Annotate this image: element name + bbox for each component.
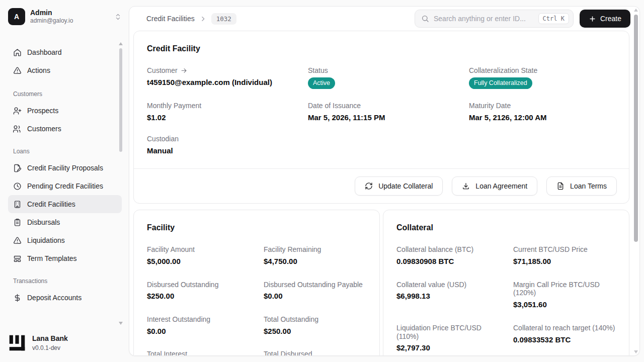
field-label: Current BTC/USD Price (513, 245, 588, 254)
field-label: Total Outstanding (264, 315, 318, 324)
field: Disbursed Outstanding $250.00 (147, 281, 264, 301)
main-scroll-up-arrow[interactable] (634, 9, 638, 12)
nav-section-customers: Customers (13, 90, 122, 98)
sidebar-item-disbursals[interactable]: Disbursals (8, 213, 122, 231)
sidebar-item-label: Term Templates (27, 254, 77, 262)
breadcrumb-credit-facilities-link[interactable]: Credit Facilities (146, 15, 195, 23)
sidebar-item-label: Credit Facilities (27, 200, 75, 208)
field-label: Margin Call Price BTC/USD (120%) (513, 281, 601, 298)
topbar: Credit Facilities 1032 Ctrl K Create (129, 7, 639, 31)
credit-facility-actions: Update Collateral Loan Agreement Loan Te… (134, 168, 629, 203)
field-label: Maturity Date (469, 102, 511, 110)
field-label: Total Disbursed (264, 350, 312, 356)
sidebar-item-term-templates[interactable]: Term Templates (8, 249, 122, 267)
sidebar-scrollbar-thumb[interactable] (119, 48, 122, 152)
field-value: $71,185.00 (513, 256, 616, 266)
field: Disbursed Outstanding Payable $0.00 (264, 281, 366, 301)
field-label: Total Interest (147, 350, 187, 356)
field-status: Status Active (308, 66, 469, 89)
file-pen-icon (13, 164, 22, 172)
search-icon (421, 15, 429, 23)
create-button-label: Create (600, 15, 621, 23)
field-label: Status (308, 66, 328, 75)
user-meta: Admin admin@galoy.io (30, 9, 109, 25)
main-panel: Credit Facilities 1032 Ctrl K Create (129, 6, 640, 356)
field-value: 0.09833532 BTC (513, 335, 616, 345)
breadcrumb-facility-id-badge: 1032 (211, 13, 236, 25)
field-label: Interest Outstanding (147, 315, 210, 324)
field-custodian: Custodian Manual (147, 135, 308, 155)
sidebar-item-label: Pending Credit Facilities (27, 182, 103, 190)
facility-title: Facility (147, 223, 366, 232)
loan-agreement-button[interactable]: Loan Agreement (452, 176, 537, 196)
file-text-icon (556, 182, 565, 190)
sidebar-item-pending-credit-facilities[interactable]: Pending Credit Facilities (8, 177, 122, 195)
field: Interest Outstanding $0.00 (147, 315, 264, 336)
sidebar-nav: Dashboard Actions Customers Prospects Cu… (0, 30, 129, 307)
sidebar-item-liquidations[interactable]: Liquidations (8, 231, 122, 249)
sidebar-item-prospects[interactable]: Prospects (8, 102, 122, 120)
topbar-actions: Ctrl K Create (415, 10, 630, 28)
collateral-title: Collateral (396, 223, 616, 232)
field-value: Mar 5, 2126, 12:00 AM (469, 113, 616, 123)
create-button[interactable]: Create (580, 10, 630, 28)
lana-bank-logo (8, 334, 26, 352)
sidebar-item-dashboard[interactable]: Dashboard (8, 43, 122, 61)
field-label: Collateralization State (469, 66, 537, 75)
sidebar-item-customers[interactable]: Customers (8, 120, 122, 138)
field-label: Disbursed Outstanding (147, 281, 218, 289)
sidebar-item-label: Customers (27, 125, 61, 133)
field-value: $6,998.13 (396, 291, 513, 301)
field-value: $0.00 (264, 291, 366, 301)
refresh-icon (365, 182, 373, 190)
collateral-card: Collateral Collateral balance (BTC) 0.09… (383, 210, 629, 356)
bank-building-icon (13, 200, 22, 209)
field: Total Disbursed (264, 350, 366, 356)
nav-section-transactions: Transactions (13, 278, 122, 285)
chevron-right-icon (200, 16, 206, 22)
download-icon (462, 182, 470, 190)
sidebar-item-credit-facility-proposals[interactable]: Credit Facility Proposals (8, 159, 122, 177)
dollar-sign-icon (13, 294, 22, 302)
customer-link[interactable]: Customer (147, 66, 308, 75)
field: Collateral value (USD) $6,998.13 (396, 281, 513, 310)
sidebar-item-label: Prospects (27, 107, 58, 115)
search-input[interactable] (434, 15, 534, 23)
sidebar-item-deposit-accounts[interactable]: Deposit Accounts (8, 289, 122, 307)
sidebar-item-credit-facilities[interactable]: Credit Facilities (8, 195, 122, 213)
breadcrumb: Credit Facilities 1032 (146, 13, 236, 25)
alert-triangle-icon (13, 66, 22, 75)
app-name: Lana Bank (32, 334, 68, 343)
field-label: Liquidation Price BTC/USD (110%) (396, 324, 483, 341)
field-value: $4,750.00 (264, 256, 366, 266)
field: Collateral balance (BTC) 0.09830908 BTC (396, 245, 513, 266)
field-label: Disbursed Outstanding Payable (264, 281, 363, 289)
collateral-fields: Collateral balance (BTC) 0.09830908 BTC … (396, 245, 616, 352)
field-value: 0.09830908 BTC (396, 256, 513, 266)
credit-facility-fields: Customer t459150@example.com (Individual… (147, 66, 616, 155)
main-scroll-down-arrow[interactable] (634, 350, 638, 353)
field-value: $250.00 (264, 326, 366, 336)
loan-terms-button[interactable]: Loan Terms (546, 176, 617, 196)
field-value: $5,000.00 (147, 256, 264, 266)
sidebar-item-label: Dashboard (27, 48, 62, 56)
main-scrollbar-thumb[interactable] (634, 15, 638, 242)
sidebar-item-actions[interactable]: Actions (8, 61, 122, 79)
field-date-of-issuance: Date of Issuance Mar 5, 2026, 11:15 PM (308, 102, 469, 122)
field: Collateral to reach target (140%) 0.0983… (513, 324, 616, 353)
user-menu[interactable]: A Admin admin@galoy.io (0, 0, 129, 30)
field-value: $3,051.60 (513, 300, 601, 310)
sidebar: A Admin admin@galoy.io Dashboard Actions… (0, 0, 129, 362)
user-plus-icon (13, 107, 22, 115)
sidebar-scroll-down-arrow[interactable] (119, 322, 123, 325)
field-label: Collateral balance (BTC) (396, 245, 473, 254)
status-badge: Active (308, 77, 335, 89)
search-shortcut-badge: Ctrl K (538, 13, 569, 24)
plus-icon (589, 15, 596, 23)
facility-card: Facility Facility Amount $5,000.00 Facil… (133, 210, 380, 356)
credit-facility-card: Credit Facility Customer t459150@example… (133, 31, 629, 204)
chevrons-up-down-icon[interactable] (114, 13, 122, 21)
update-collateral-button[interactable]: Update Collateral (355, 176, 443, 196)
sidebar-scroll-up-arrow[interactable] (119, 42, 123, 45)
global-search[interactable]: Ctrl K (415, 10, 574, 28)
